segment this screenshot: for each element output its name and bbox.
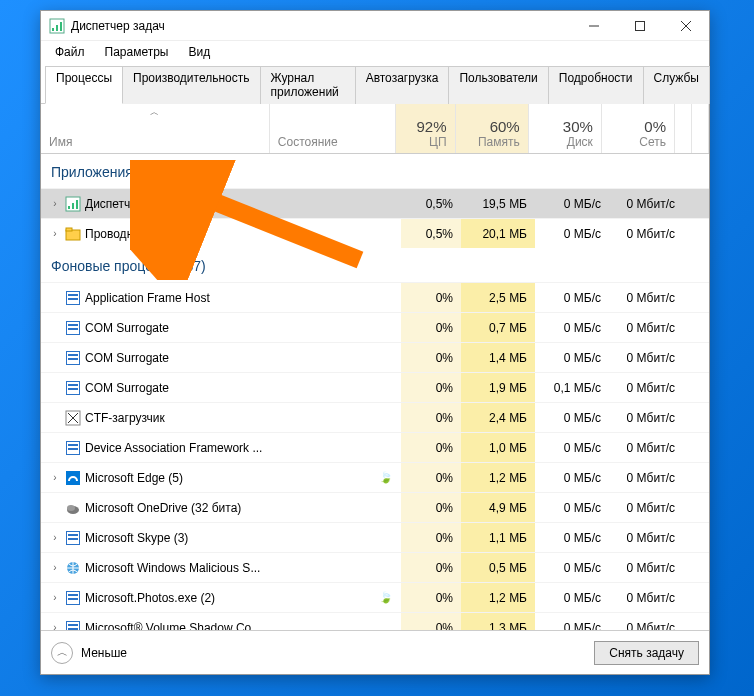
process-name: CTF-загрузчик	[85, 411, 165, 425]
process-row[interactable]: ›Microsoft Edge (5)🍃0%1,2 МБ0 МБ/с0 Мбит…	[41, 462, 709, 492]
process-net: 0 Мбит/с	[609, 493, 683, 522]
expand-toggle[interactable]: ›	[49, 622, 61, 630]
process-mem: 4,9 МБ	[461, 493, 535, 522]
process-name: COM Surrogate	[85, 381, 169, 395]
menu-options[interactable]: Параметры	[97, 43, 177, 61]
titlebar[interactable]: Диспетчер задач	[41, 11, 709, 41]
app-icon	[49, 18, 65, 34]
process-mem: 1,4 МБ	[461, 343, 535, 372]
svg-rect-25	[68, 388, 78, 390]
explorer-icon	[65, 226, 81, 242]
expand-toggle[interactable]: ›	[49, 198, 61, 209]
menubar: Файл Параметры Вид	[41, 41, 709, 63]
process-net: 0 Мбит/с	[609, 219, 683, 248]
process-row[interactable]: Microsoft OneDrive (32 бита)0%4,9 МБ0 МБ…	[41, 492, 709, 522]
process-cpu: 0%	[401, 553, 461, 582]
svg-rect-22	[68, 358, 78, 360]
column-headers: ︿ Имя Состояние 92% ЦП 60% Память 30% Ди…	[41, 104, 709, 154]
edge-icon	[65, 470, 81, 486]
close-button[interactable]	[663, 11, 709, 41]
svg-rect-29	[68, 448, 78, 450]
tab-app-history[interactable]: Журнал приложений	[260, 66, 356, 104]
process-name: Device Association Framework ...	[85, 441, 262, 455]
header-name[interactable]: ︿ Имя	[41, 104, 270, 153]
header-cpu[interactable]: 92% ЦП	[396, 104, 455, 153]
process-row[interactable]: CTF-загрузчик0%2,4 МБ0 МБ/с0 Мбит/с	[41, 402, 709, 432]
chevron-up-icon: ︿	[57, 645, 68, 660]
header-network[interactable]: 0% Сеть	[602, 104, 675, 153]
globe-icon	[65, 560, 81, 576]
tab-processes[interactable]: Процессы	[45, 66, 123, 104]
process-disk: 0 МБ/с	[535, 583, 609, 612]
process-net: 0 Мбит/с	[609, 343, 683, 372]
end-task-button[interactable]: Снять задачу	[594, 641, 699, 665]
svg-rect-16	[68, 298, 78, 300]
process-disk: 0 МБ/с	[535, 219, 609, 248]
process-name: Application Frame Host	[85, 291, 210, 305]
expand-toggle[interactable]: ›	[49, 592, 61, 603]
svg-rect-11	[76, 200, 78, 209]
svg-rect-1	[52, 28, 54, 31]
process-disk: 0 МБ/с	[535, 189, 609, 218]
process-net: 0 Мбит/с	[609, 283, 683, 312]
minimize-button[interactable]	[571, 11, 617, 41]
svg-rect-2	[56, 25, 58, 31]
process-row[interactable]: ›Microsoft.Photos.exe (2)🍃0%1,2 МБ0 МБ/с…	[41, 582, 709, 612]
leaf-icon: 🍃	[379, 591, 393, 604]
process-net: 0 Мбит/с	[609, 463, 683, 492]
svg-rect-34	[68, 534, 78, 536]
svg-rect-28	[68, 444, 78, 446]
expand-toggle[interactable]: ›	[49, 562, 61, 573]
process-disk: 0 МБ/с	[535, 613, 609, 630]
process-row[interactable]: COM Surrogate0%1,4 МБ0 МБ/с0 Мбит/с	[41, 342, 709, 372]
menu-view[interactable]: Вид	[180, 43, 218, 61]
process-cpu: 0%	[401, 313, 461, 342]
process-cpu: 0%	[401, 463, 461, 492]
process-state	[273, 373, 401, 402]
process-net: 0 Мбит/с	[609, 189, 683, 218]
svg-point-32	[67, 505, 75, 511]
app-icon	[65, 590, 81, 606]
header-extra[interactable]	[675, 104, 692, 153]
maximize-button[interactable]	[617, 11, 663, 41]
process-cpu: 0%	[401, 583, 461, 612]
process-row[interactable]: COM Surrogate0%0,7 МБ0 МБ/с0 Мбит/с	[41, 312, 709, 342]
tab-users[interactable]: Пользователи	[448, 66, 548, 104]
expand-toggle[interactable]: ›	[49, 228, 61, 239]
tab-details[interactable]: Подробности	[548, 66, 644, 104]
svg-rect-3	[60, 22, 62, 31]
process-state	[273, 553, 401, 582]
app-icon	[65, 350, 81, 366]
fewer-details-button[interactable]: ︿	[51, 642, 73, 664]
process-row[interactable]: Application Frame Host0%2,5 МБ0 МБ/с0 Мб…	[41, 282, 709, 312]
menu-file[interactable]: Файл	[47, 43, 93, 61]
process-row[interactable]: ›Microsoft® Volume Shadow Co...0%1,3 МБ0…	[41, 612, 709, 630]
svg-rect-9	[68, 206, 70, 209]
tab-services[interactable]: Службы	[643, 66, 710, 104]
process-cpu: 0%	[401, 433, 461, 462]
process-state	[273, 343, 401, 372]
process-mem: 1,2 МБ	[461, 463, 535, 492]
tab-startup[interactable]: Автозагрузка	[355, 66, 450, 104]
process-row[interactable]: Device Association Framework ...0%1,0 МБ…	[41, 432, 709, 462]
process-name: Microsoft Skype (3)	[85, 531, 188, 545]
expand-toggle[interactable]: ›	[49, 472, 61, 483]
header-disk[interactable]: 30% Диск	[529, 104, 602, 153]
expand-toggle[interactable]: ›	[49, 532, 61, 543]
process-row[interactable]: ›Microsoft Windows Malicious S...0%0,5 М…	[41, 552, 709, 582]
process-row[interactable]: ›Проводник0,5%20,1 МБ0 МБ/с0 Мбит/с	[41, 218, 709, 248]
process-row[interactable]: COM Surrogate0%1,9 МБ0,1 МБ/с0 Мбит/с	[41, 372, 709, 402]
process-row[interactable]: ›Microsoft Skype (3)0%1,1 МБ0 МБ/с0 Мбит…	[41, 522, 709, 552]
process-list[interactable]: Приложения (2)›Диспетчер задач0,5%19,5 М…	[41, 154, 709, 630]
process-disk: 0 МБ/с	[535, 283, 609, 312]
process-row[interactable]: ›Диспетчер задач0,5%19,5 МБ0 МБ/с0 Мбит/…	[41, 188, 709, 218]
process-name: COM Surrogate	[85, 351, 169, 365]
svg-rect-5	[636, 21, 645, 30]
svg-rect-13	[66, 228, 72, 231]
header-memory[interactable]: 60% Память	[456, 104, 529, 153]
process-disk: 0 МБ/с	[535, 493, 609, 522]
process-mem: 0,5 МБ	[461, 553, 535, 582]
process-cpu: 0%	[401, 523, 461, 552]
tab-performance[interactable]: Производительность	[122, 66, 260, 104]
header-state[interactable]: Состояние	[270, 104, 396, 153]
